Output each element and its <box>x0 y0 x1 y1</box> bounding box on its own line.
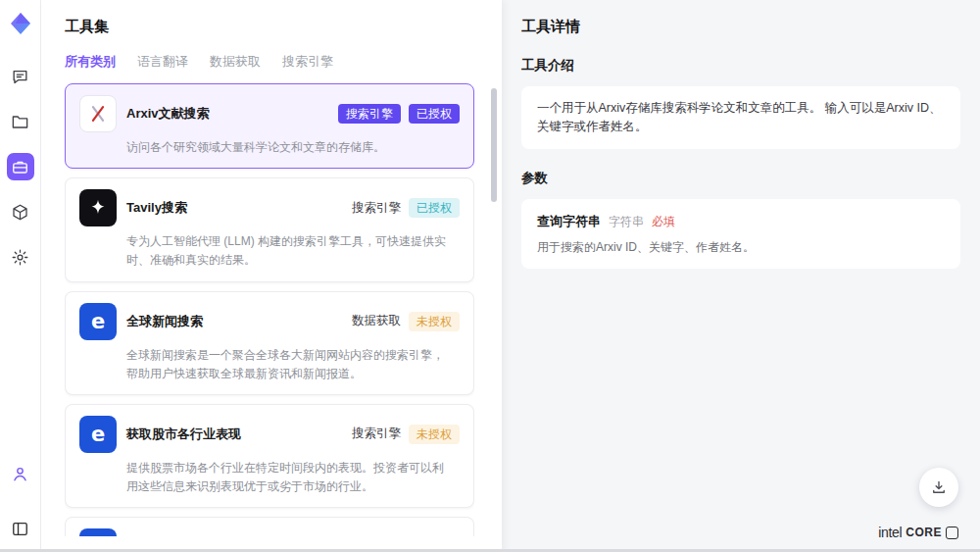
tool-card-sector-performance[interactable]: e 获取股市各行业表现 搜索引擎 未授权 提供股票市场各个行业在特定时间段内的表… <box>65 404 474 508</box>
detail-title: 工具详情 <box>521 18 960 36</box>
param-required-flag: 必填 <box>652 213 675 230</box>
tool-card-tavily[interactable]: Tavily搜索 搜索引擎 已授权 专为人工智能代理 (LLM) 构建的搜索引擎… <box>65 177 474 281</box>
intro-heading: 工具介绍 <box>521 57 960 75</box>
param-name: 查询字符串 <box>537 212 601 231</box>
auth-badge: 已授权 <box>409 198 460 218</box>
icon-rail <box>0 0 41 552</box>
category-label: 搜索引擎 <box>352 426 401 442</box>
download-button[interactable] <box>919 468 958 507</box>
tool-description: 全球新闻搜索是一个聚合全球各大新闻网站内容的搜索引擎，帮助用户快速获取全球最新资… <box>126 346 454 383</box>
user-icon <box>11 465 29 483</box>
tab-search-engine[interactable]: 搜索引擎 <box>282 53 333 71</box>
auth-badge: 未授权 <box>409 425 460 444</box>
scrollbar-thumb[interactable] <box>491 88 497 202</box>
sidebar-item-settings[interactable] <box>7 243 34 271</box>
category-label: 搜索引擎 <box>352 200 401 217</box>
briefcase-icon <box>11 158 29 176</box>
category-badge: 搜索引擎 <box>338 104 401 124</box>
tool-name: Tavily搜索 <box>126 199 187 217</box>
param-type: 字符串 <box>609 213 644 230</box>
gear-icon <box>11 248 29 267</box>
tool-name: 获取股市各行业表现 <box>126 426 241 443</box>
sidebar-item-account[interactable] <box>7 460 34 487</box>
auth-badge: 已授权 <box>409 104 460 124</box>
intel-core-logo: intel CORE <box>878 525 958 540</box>
parameter-card: 查询字符串 字符串 必填 用于搜索的Arxiv ID、关键字、作者姓名。 <box>521 199 960 270</box>
param-description: 用于搜索的Arxiv ID、关键字、作者姓名。 <box>537 238 945 256</box>
tool-description: 提供股票市场各个行业在特定时间段内的表现。投资者可以利用这些信息来识别表现优于或… <box>126 459 454 496</box>
tool-description: 访问各个研究领域大量科学论文和文章的存储库。 <box>126 138 454 157</box>
core-wordmark: CORE <box>906 526 942 539</box>
tool-intro-text: 一个用于从Arxiv存储库搜索科学论文和文章的工具。 输入可以是Arxiv ID… <box>537 101 942 133</box>
sidebar-item-chat[interactable] <box>7 63 34 90</box>
tool-description: 专为人工智能代理 (LLM) 构建的搜索引擎工具，可快速提供实时、准确和真实的结… <box>126 232 454 270</box>
category-tabs: 所有类别 语言翻译 数据获取 搜索引擎 <box>65 53 502 71</box>
page-title: 工具集 <box>65 18 502 36</box>
sidebar-collapse-toggle[interactable] <box>7 515 34 542</box>
folder-icon <box>11 113 29 131</box>
sidebar-item-packages[interactable] <box>7 198 34 226</box>
core-badge-icon <box>946 527 958 539</box>
layout-toggle-icon <box>11 520 29 538</box>
cube-icon <box>11 203 29 222</box>
tool-name: 全球新闻搜索 <box>126 313 203 330</box>
tool-detail-panel: 工具详情 工具介绍 一个用于从Arxiv存储库搜索科学论文和文章的工具。 输入可… <box>502 0 980 552</box>
tool-card-most-active-stocks[interactable]: e 获取市场最活跃股票信息 搜索引擎 未授权 提供当天交易量最高的股票列表，投资… <box>65 517 474 536</box>
arxiv-logo-icon <box>79 95 117 132</box>
download-icon <box>930 478 948 496</box>
tab-translation[interactable]: 语言翻译 <box>137 53 188 71</box>
chat-icon <box>11 68 29 86</box>
auth-badge: 未授权 <box>409 312 460 331</box>
news-search-logo-icon: e <box>79 528 117 536</box>
app-logo-icon <box>9 12 32 35</box>
tool-card-arxiv[interactable]: Arxiv文献搜索 搜索引擎 已授权 访问各个研究领域大量科学论文和文章的存储库… <box>65 83 474 169</box>
tool-name: Arxiv文献搜索 <box>126 105 210 123</box>
tavily-logo-icon <box>79 189 117 226</box>
tool-list-panel: 工具集 所有类别 语言翻译 数据获取 搜索引擎 Arxiv文献搜索 搜索引擎 已… <box>41 0 502 552</box>
list-scrollbar <box>491 88 497 510</box>
news-search-logo-icon: e <box>79 303 117 340</box>
params-heading: 参数 <box>521 170 960 187</box>
news-search-logo-icon: e <box>79 416 117 453</box>
tab-all-categories[interactable]: 所有类别 <box>65 53 116 71</box>
tool-card-list: Arxiv文献搜索 搜索引擎 已授权 访问各个研究领域大量科学论文和文章的存储库… <box>65 83 474 536</box>
sidebar-item-tools[interactable] <box>7 153 34 180</box>
tool-intro-card: 一个用于从Arxiv存储库搜索科学论文和文章的工具。 输入可以是Arxiv ID… <box>521 86 960 149</box>
tab-data-fetch[interactable]: 数据获取 <box>210 53 261 71</box>
tool-card-global-news[interactable]: e 全球新闻搜索 数据获取 未授权 全球新闻搜索是一个聚合全球各大新闻网站内容的… <box>65 291 474 395</box>
intel-wordmark: intel <box>878 525 902 540</box>
sidebar-item-files[interactable] <box>7 108 34 135</box>
category-label: 数据获取 <box>352 313 401 329</box>
